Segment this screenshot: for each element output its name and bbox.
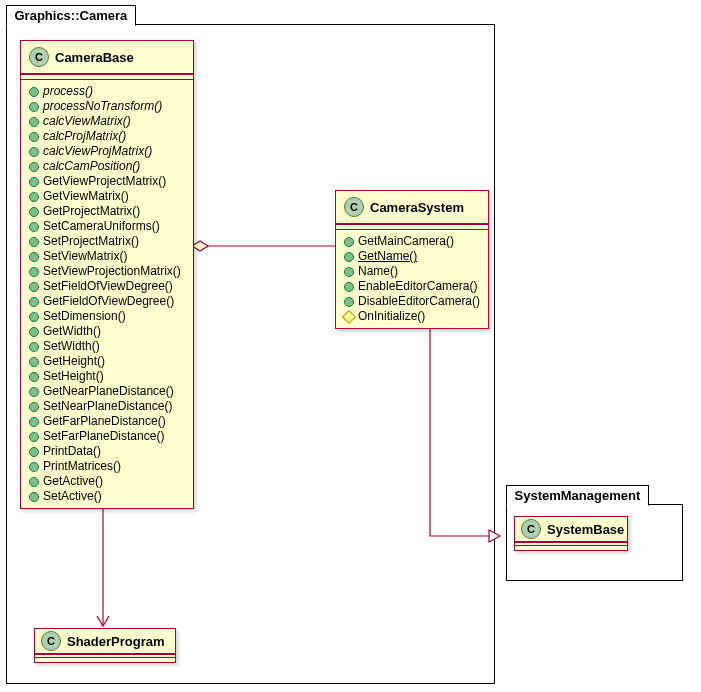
class-member: processNoTransform(): [29, 99, 185, 114]
class-header: C SystemBase: [515, 517, 627, 542]
class-icon: C: [344, 197, 364, 217]
visibility-public-icon: [29, 252, 39, 262]
diagram-canvas: Graphics::Camera SystemManagement C Came…: [0, 0, 701, 692]
member-label: GetNearPlaneDistance(): [43, 384, 174, 399]
class-member: GetFarPlaneDistance(): [29, 414, 185, 429]
visibility-public-icon: [29, 327, 39, 337]
member-label: calcViewProjMatrix(): [43, 144, 152, 159]
visibility-public-icon: [29, 282, 39, 292]
class-member: GetName(): [344, 249, 480, 264]
visibility-public-icon: [29, 237, 39, 247]
class-body: GetMainCamera()GetName()Name()EnableEdit…: [336, 230, 488, 328]
class-member: SetWidth(): [29, 339, 185, 354]
class-member: calcCamPosition(): [29, 159, 185, 174]
member-label: PrintMatrices(): [43, 459, 121, 474]
visibility-public-icon: [344, 297, 354, 307]
member-label: processNoTransform(): [43, 99, 162, 114]
member-label: GetViewMatrix(): [43, 189, 129, 204]
visibility-public-icon: [344, 282, 354, 292]
member-label: DisableEditorCamera(): [358, 294, 480, 309]
class-icon: C: [41, 631, 61, 651]
class-member: SetFieldOfViewDegree(): [29, 279, 185, 294]
class-member: GetViewMatrix(): [29, 189, 185, 204]
visibility-public-icon: [29, 132, 39, 142]
class-header: C CameraSystem: [336, 191, 488, 224]
visibility-public-icon: [29, 267, 39, 277]
class-member: GetViewProjectMatrix(): [29, 174, 185, 189]
class-member: calcViewProjMatrix(): [29, 144, 185, 159]
visibility-public-icon: [29, 222, 39, 232]
class-name: CameraSystem: [370, 200, 464, 215]
member-label: SetWidth(): [43, 339, 100, 354]
visibility-public-icon: [29, 342, 39, 352]
member-label: SetDimension(): [43, 309, 126, 324]
class-member: SetFarPlaneDistance(): [29, 429, 185, 444]
class-member: OnInitialize(): [344, 309, 480, 324]
member-label: GetName(): [358, 249, 417, 264]
member-label: GetFarPlaneDistance(): [43, 414, 166, 429]
class-member: SetViewProjectionMatrix(): [29, 264, 185, 279]
class-member: GetMainCamera(): [344, 234, 480, 249]
visibility-public-icon: [29, 372, 39, 382]
visibility-public-icon: [29, 402, 39, 412]
member-label: SetProjectMatrix(): [43, 234, 139, 249]
visibility-public-icon: [344, 237, 354, 247]
class-member: PrintMatrices(): [29, 459, 185, 474]
visibility-public-icon: [29, 102, 39, 112]
member-label: SetViewMatrix(): [43, 249, 127, 264]
member-label: GetActive(): [43, 474, 103, 489]
member-label: PrintData(): [43, 444, 101, 459]
class-name: ShaderProgram: [67, 634, 165, 649]
visibility-protected-icon: [342, 309, 356, 323]
visibility-public-icon: [29, 312, 39, 322]
visibility-public-icon: [29, 162, 39, 172]
visibility-public-icon: [29, 192, 39, 202]
visibility-public-icon: [29, 87, 39, 97]
class-member: SetViewMatrix(): [29, 249, 185, 264]
class-name: CameraBase: [55, 50, 134, 65]
class-member: DisableEditorCamera(): [344, 294, 480, 309]
class-member: GetActive(): [29, 474, 185, 489]
package-label: Graphics::Camera: [6, 5, 137, 26]
visibility-public-icon: [29, 177, 39, 187]
class-camerabase: C CameraBase process()processNoTransform…: [20, 40, 194, 509]
visibility-public-icon: [29, 357, 39, 367]
member-label: SetHeight(): [43, 369, 104, 384]
member-label: calcCamPosition(): [43, 159, 140, 174]
class-member: Name(): [344, 264, 480, 279]
member-label: SetCameraUniforms(): [43, 219, 160, 234]
class-header: C ShaderProgram: [35, 629, 175, 654]
class-member: SetActive(): [29, 489, 185, 504]
class-member: GetProjectMatrix(): [29, 204, 185, 219]
member-label: calcViewMatrix(): [43, 114, 131, 129]
visibility-public-icon: [29, 297, 39, 307]
member-label: GetMainCamera(): [358, 234, 454, 249]
member-label: GetProjectMatrix(): [43, 204, 140, 219]
member-label: OnInitialize(): [358, 309, 425, 324]
class-member: calcProjMatrix(): [29, 129, 185, 144]
class-member: PrintData(): [29, 444, 185, 459]
class-member: SetNearPlaneDistance(): [29, 399, 185, 414]
member-label: EnableEditorCamera(): [358, 279, 477, 294]
visibility-public-icon: [29, 447, 39, 457]
class-member: process(): [29, 84, 185, 99]
member-label: SetNearPlaneDistance(): [43, 399, 172, 414]
class-member: SetHeight(): [29, 369, 185, 384]
member-label: GetFieldOfViewDegree(): [43, 294, 174, 309]
member-label: SetFieldOfViewDegree(): [43, 279, 173, 294]
visibility-public-icon: [29, 207, 39, 217]
class-body: process()processNoTransform()calcViewMat…: [21, 80, 193, 508]
visibility-public-icon: [29, 417, 39, 427]
visibility-public-icon: [344, 252, 354, 262]
member-label: process(): [43, 84, 93, 99]
member-label: SetActive(): [43, 489, 102, 504]
class-camerasystem: C CameraSystem GetMainCamera()GetName()N…: [335, 190, 489, 329]
class-member: GetFieldOfViewDegree(): [29, 294, 185, 309]
class-member: SetDimension(): [29, 309, 185, 324]
visibility-public-icon: [29, 492, 39, 502]
member-label: SetViewProjectionMatrix(): [43, 264, 181, 279]
member-label: SetFarPlaneDistance(): [43, 429, 164, 444]
class-systembase: C SystemBase: [514, 516, 628, 551]
visibility-public-icon: [29, 387, 39, 397]
visibility-public-icon: [29, 462, 39, 472]
